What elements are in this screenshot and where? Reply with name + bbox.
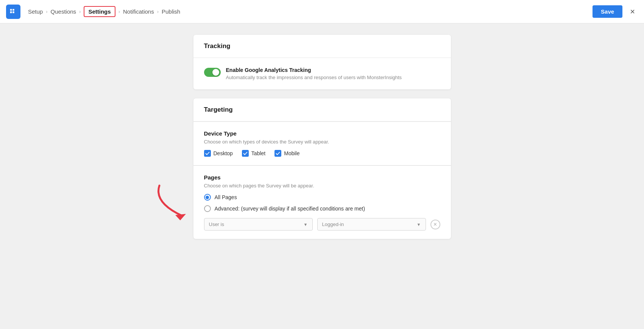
logged-in-label: Logged-in bbox=[322, 221, 344, 227]
device-type-section: Device Type Choose on which types of dev… bbox=[193, 122, 451, 165]
targeting-title: Targeting bbox=[204, 106, 440, 114]
targeting-card: Targeting Device Type Choose on which ty… bbox=[193, 98, 451, 239]
mobile-checkbox-icon bbox=[274, 150, 281, 157]
toggle-description: Automatically track the impressions and … bbox=[226, 75, 402, 80]
user-is-dropdown[interactable]: User is ▼ bbox=[204, 218, 313, 231]
breadcrumb-sep-2: › bbox=[79, 9, 81, 14]
device-type-title: Device Type bbox=[204, 130, 440, 137]
mobile-label: Mobile bbox=[284, 150, 299, 156]
pages-section: Pages Choose on which pages the Survey w… bbox=[193, 165, 451, 239]
tracking-card-body: Enable Google Analytics Tracking Automat… bbox=[193, 58, 451, 89]
svg-marker-4 bbox=[175, 214, 186, 220]
dropdown1-chevron-icon: ▼ bbox=[304, 222, 308, 227]
breadcrumb-setup[interactable]: Setup bbox=[28, 8, 43, 15]
toggle-label-group: Enable Google Analytics Tracking Automat… bbox=[226, 67, 402, 80]
svg-rect-0 bbox=[10, 9, 12, 11]
analytics-toggle[interactable] bbox=[204, 68, 221, 77]
nav-right: Save × bbox=[593, 5, 638, 18]
toggle-thumb bbox=[212, 69, 219, 76]
logged-in-dropdown[interactable]: Logged-in ▼ bbox=[317, 218, 426, 231]
all-pages-label: All Pages bbox=[215, 194, 237, 200]
targeting-wrapper: Targeting Device Type Choose on which ty… bbox=[193, 98, 451, 239]
all-pages-radio[interactable]: All Pages bbox=[204, 194, 440, 201]
svg-rect-2 bbox=[10, 11, 12, 13]
all-pages-radio-inner bbox=[206, 196, 209, 199]
svg-rect-1 bbox=[12, 9, 14, 11]
breadcrumb-notifications[interactable]: Notifications bbox=[123, 8, 154, 15]
advanced-radio-icon bbox=[204, 205, 211, 212]
desktop-checkbox-icon bbox=[204, 150, 211, 157]
breadcrumb-publish[interactable]: Publish bbox=[162, 8, 180, 15]
tablet-label: Tablet bbox=[251, 150, 265, 156]
toggle-label-text: Enable Google Analytics Tracking bbox=[226, 67, 402, 73]
breadcrumb-sep-3: › bbox=[119, 9, 120, 14]
toggle-row: Enable Google Analytics Tracking Automat… bbox=[204, 67, 440, 80]
svg-rect-3 bbox=[12, 11, 14, 13]
mobile-checkbox[interactable]: Mobile bbox=[274, 150, 299, 157]
remove-condition-button[interactable]: × bbox=[430, 220, 440, 229]
breadcrumb-sep-4: › bbox=[157, 9, 159, 14]
breadcrumb-sep-1: › bbox=[46, 9, 47, 14]
remove-icon: × bbox=[433, 221, 437, 228]
device-type-desc: Choose on which types of devices the Sur… bbox=[204, 139, 440, 145]
pages-desc: Choose on which pages the Survey will be… bbox=[204, 183, 440, 189]
user-is-label: User is bbox=[209, 221, 224, 227]
tablet-checkbox-icon bbox=[242, 150, 249, 157]
breadcrumb-questions[interactable]: Questions bbox=[51, 8, 76, 15]
close-button[interactable]: × bbox=[627, 5, 638, 18]
pages-radio-group: All Pages Advanced: (survey will display… bbox=[204, 194, 440, 212]
breadcrumb: Setup › Questions › Settings › Notificat… bbox=[28, 6, 593, 17]
top-nav: Setup › Questions › Settings › Notificat… bbox=[0, 0, 644, 23]
breadcrumb-settings[interactable]: Settings bbox=[84, 6, 115, 17]
tracking-title: Tracking bbox=[204, 42, 440, 50]
pages-title: Pages bbox=[204, 174, 440, 181]
main-content: Tracking Enable Google Analytics Trackin… bbox=[0, 23, 644, 250]
tablet-checkbox[interactable]: Tablet bbox=[242, 150, 265, 157]
save-button[interactable]: Save bbox=[593, 5, 622, 18]
app-logo bbox=[6, 5, 20, 19]
dropdown2-chevron-icon: ▼ bbox=[417, 222, 421, 227]
device-checkboxes: Desktop Tablet bbox=[204, 150, 440, 157]
tracking-card: Tracking Enable Google Analytics Trackin… bbox=[193, 35, 451, 89]
advanced-radio[interactable]: Advanced: (survey will display if all sp… bbox=[204, 205, 440, 212]
advanced-label: Advanced: (survey will display if all sp… bbox=[215, 206, 365, 212]
all-pages-radio-icon bbox=[204, 194, 211, 201]
targeting-card-header: Targeting bbox=[193, 98, 451, 122]
condition-row: User is ▼ Logged-in ▼ × bbox=[204, 218, 440, 231]
tracking-card-header: Tracking bbox=[193, 35, 451, 58]
desktop-label: Desktop bbox=[214, 150, 233, 156]
desktop-checkbox[interactable]: Desktop bbox=[204, 150, 233, 157]
